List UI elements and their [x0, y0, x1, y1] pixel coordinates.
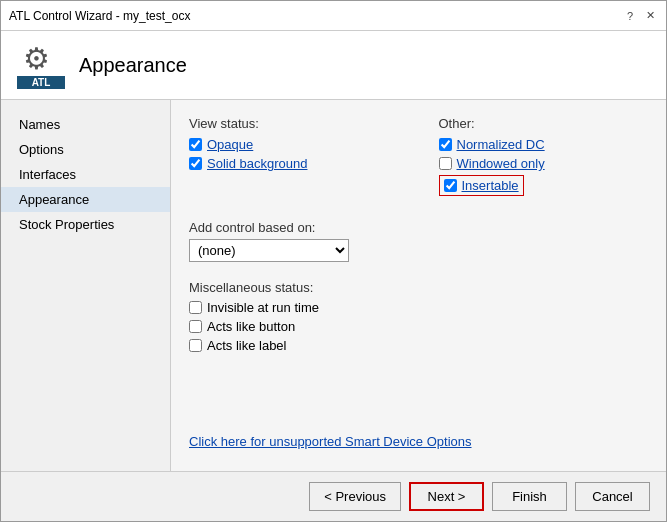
- add-control-label: Add control based on:: [189, 220, 648, 235]
- opaque-checkbox[interactable]: [189, 138, 202, 151]
- cancel-button[interactable]: Cancel: [575, 482, 650, 511]
- normalized-dc-row: Normalized DC: [439, 137, 649, 152]
- view-status-col: View status: Opaque Solid background: [189, 116, 399, 200]
- invisible-at-run-time-row: Invisible at run time: [189, 300, 648, 315]
- insertable-label[interactable]: Insertable: [462, 178, 519, 193]
- acts-like-button-label[interactable]: Acts like button: [207, 319, 295, 334]
- sidebar-item-interfaces[interactable]: Interfaces: [1, 162, 170, 187]
- opaque-label[interactable]: Opaque: [207, 137, 253, 152]
- windowed-only-label[interactable]: Windowed only: [457, 156, 545, 171]
- next-button[interactable]: Next >: [409, 482, 484, 511]
- sidebar-item-options[interactable]: Options: [1, 137, 170, 162]
- insertable-checkbox[interactable]: [444, 179, 457, 192]
- misc-label: Miscellaneous status:: [189, 280, 648, 295]
- close-button[interactable]: ✕: [642, 8, 658, 24]
- acts-like-button-checkbox[interactable]: [189, 320, 202, 333]
- normalized-dc-checkbox[interactable]: [439, 138, 452, 151]
- other-col: Other: Normalized DC Windowed only Inser…: [439, 116, 649, 200]
- title-bar: ATL Control Wizard - my_test_ocx ? ✕: [1, 1, 666, 31]
- footer-area: < Previous Next > Finish Cancel: [1, 471, 666, 521]
- title-bar-left: ATL Control Wizard - my_test_ocx: [9, 9, 190, 23]
- sidebar-item-appearance[interactable]: Appearance: [1, 187, 170, 212]
- add-control-section: Add control based on: (none): [189, 212, 648, 274]
- sidebar: Names Options Interfaces Appearance Stoc…: [1, 100, 171, 471]
- acts-like-label-checkbox[interactable]: [189, 339, 202, 352]
- other-label: Other:: [439, 116, 649, 131]
- smart-link-row: Click here for unsupported Smart Device …: [189, 357, 648, 455]
- content-area: Names Options Interfaces Appearance Stoc…: [1, 100, 666, 471]
- sidebar-item-names[interactable]: Names: [1, 112, 170, 137]
- title-bar-controls: ? ✕: [622, 8, 658, 24]
- windowed-only-row: Windowed only: [439, 156, 649, 171]
- windowed-only-checkbox[interactable]: [439, 157, 452, 170]
- acts-like-label-label[interactable]: Acts like label: [207, 338, 286, 353]
- misc-section: Miscellaneous status: Invisible at run t…: [189, 280, 648, 357]
- main-panel: View status: Opaque Solid background Oth…: [171, 100, 666, 471]
- smart-device-link[interactable]: Click here for unsupported Smart Device …: [189, 424, 472, 449]
- invisible-at-run-time-checkbox[interactable]: [189, 301, 202, 314]
- page-title: Appearance: [79, 54, 187, 77]
- atl-label: ATL: [17, 76, 65, 89]
- help-button[interactable]: ?: [622, 8, 638, 24]
- view-status-label: View status:: [189, 116, 399, 131]
- atl-logo: ⚙ ATL: [17, 41, 65, 89]
- previous-button[interactable]: < Previous: [309, 482, 401, 511]
- finish-button[interactable]: Finish: [492, 482, 567, 511]
- insertable-row: Insertable: [439, 175, 524, 196]
- gear-icon: ⚙: [23, 41, 50, 76]
- main-content-inner: View status: Opaque Solid background Oth…: [189, 116, 648, 455]
- invisible-at-run-time-label[interactable]: Invisible at run time: [207, 300, 319, 315]
- acts-like-button-row: Acts like button: [189, 319, 648, 334]
- top-columns: View status: Opaque Solid background Oth…: [189, 116, 648, 200]
- header-area: ⚙ ATL Appearance: [1, 31, 666, 100]
- dialog: ATL Control Wizard - my_test_ocx ? ✕ ⚙ A…: [0, 0, 667, 522]
- dialog-title: ATL Control Wizard - my_test_ocx: [9, 9, 190, 23]
- normalized-dc-label[interactable]: Normalized DC: [457, 137, 545, 152]
- solid-background-label[interactable]: Solid background: [207, 156, 307, 171]
- acts-like-label-row: Acts like label: [189, 338, 648, 353]
- sidebar-item-stock-properties[interactable]: Stock Properties: [1, 212, 170, 237]
- add-control-dropdown-row: (none): [189, 239, 648, 262]
- opaque-row: Opaque: [189, 137, 399, 152]
- add-control-select[interactable]: (none): [189, 239, 349, 262]
- solid-background-checkbox[interactable]: [189, 157, 202, 170]
- solid-background-row: Solid background: [189, 156, 399, 171]
